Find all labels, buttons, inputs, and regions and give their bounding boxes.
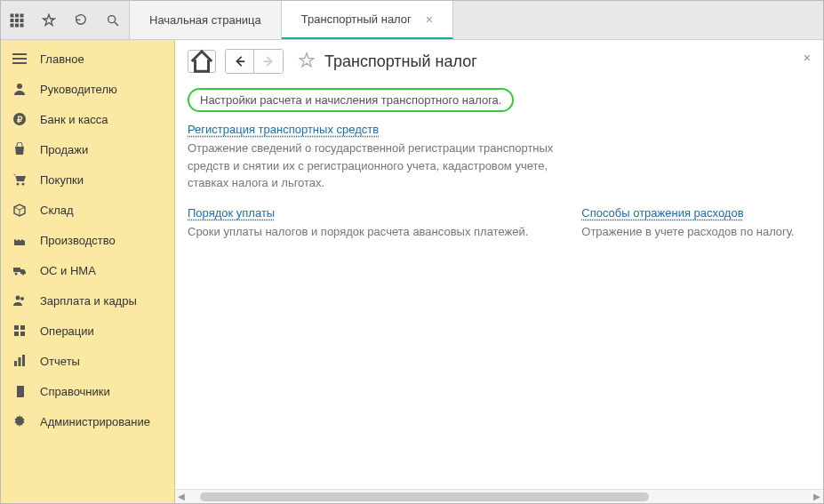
desc-expenses: Отражение в учете расходов по налогу. bbox=[581, 223, 794, 241]
topbar: Начальная страница Транспортный налог × bbox=[1, 1, 823, 40]
truck-icon bbox=[12, 262, 28, 278]
scroll-right-icon[interactable]: ► bbox=[811, 490, 823, 503]
svg-point-20 bbox=[15, 273, 18, 276]
svg-text:₽: ₽ bbox=[17, 115, 23, 124]
search-icon[interactable] bbox=[97, 1, 129, 39]
tab-bar: Начальная страница Транспортный налог × bbox=[130, 1, 453, 39]
svg-point-9 bbox=[108, 15, 116, 22]
page-header: Транспортный налог × bbox=[175, 40, 823, 83]
sidebar-item-warehouse[interactable]: Склад bbox=[1, 195, 174, 225]
bag-icon bbox=[12, 141, 28, 157]
svg-point-21 bbox=[22, 273, 25, 276]
link-expenses[interactable]: Способы отражения расходов bbox=[581, 206, 743, 220]
svg-rect-24 bbox=[14, 325, 19, 330]
svg-point-14 bbox=[17, 84, 22, 89]
svg-point-18 bbox=[22, 183, 25, 186]
apps-icon[interactable] bbox=[1, 1, 33, 39]
chart-icon bbox=[12, 353, 28, 369]
sidebar-item-admin[interactable]: Администрирование bbox=[1, 406, 174, 436]
tab-label: Начальная страница bbox=[149, 13, 261, 27]
svg-rect-5 bbox=[20, 19, 23, 21]
svg-rect-28 bbox=[14, 361, 17, 366]
sidebar-item-label: Продажи bbox=[40, 143, 88, 156]
svg-rect-0 bbox=[11, 14, 13, 17]
scrollbar-thumb[interactable] bbox=[200, 492, 649, 501]
svg-rect-13 bbox=[12, 62, 27, 64]
sidebar-item-label: Операции bbox=[40, 324, 94, 338]
svg-rect-6 bbox=[11, 24, 13, 27]
star-icon[interactable] bbox=[33, 1, 65, 39]
svg-rect-4 bbox=[16, 19, 19, 21]
svg-rect-25 bbox=[20, 325, 25, 330]
content-area: Настройки расчета и начисления транспорт… bbox=[175, 83, 823, 489]
svg-rect-31 bbox=[15, 386, 17, 397]
sidebar-item-label: Отчеты bbox=[40, 355, 80, 368]
operations-icon bbox=[12, 323, 28, 339]
factory-icon bbox=[12, 232, 28, 248]
svg-point-22 bbox=[16, 296, 20, 300]
svg-line-10 bbox=[115, 22, 118, 26]
sidebar: Главное Руководителю ₽ Банк и касса Прод… bbox=[1, 40, 175, 503]
sidebar-item-label: Главное bbox=[40, 52, 84, 66]
ruble-icon: ₽ bbox=[12, 111, 28, 127]
main-panel: Транспортный налог × Настройки расчета и… bbox=[175, 40, 823, 503]
sidebar-item-label: Банк и касса bbox=[40, 113, 108, 126]
sidebar-item-label: Производство bbox=[40, 234, 116, 247]
scroll-left-icon[interactable]: ◄ bbox=[175, 490, 188, 503]
svg-point-17 bbox=[17, 183, 20, 186]
topbar-actions bbox=[1, 1, 130, 39]
sidebar-item-references[interactable]: Справочники bbox=[1, 376, 174, 406]
gear-icon bbox=[12, 413, 28, 429]
highlight-note: Настройки расчета и начисления транспорт… bbox=[188, 88, 514, 112]
sidebar-item-main[interactable]: Главное bbox=[1, 44, 174, 74]
close-page-icon[interactable]: × bbox=[804, 51, 811, 65]
svg-rect-3 bbox=[11, 19, 13, 21]
close-icon[interactable]: × bbox=[426, 12, 433, 27]
nav-buttons bbox=[225, 49, 284, 74]
history-icon[interactable] bbox=[65, 1, 97, 39]
horizontal-scrollbar[interactable]: ◄ ► bbox=[175, 489, 823, 503]
svg-rect-26 bbox=[14, 332, 19, 336]
sidebar-item-assets[interactable]: ОС и НМА bbox=[1, 255, 174, 285]
sidebar-item-bank[interactable]: ₽ Банк и касса bbox=[1, 104, 174, 134]
forward-button[interactable] bbox=[254, 50, 283, 73]
tab-label: Транспортный налог bbox=[301, 12, 412, 26]
book-icon bbox=[12, 383, 28, 399]
sidebar-item-label: Покупки bbox=[40, 173, 84, 187]
svg-point-23 bbox=[20, 297, 24, 300]
link-registration[interactable]: Регистрация транспортных средств bbox=[188, 123, 379, 136]
svg-rect-30 bbox=[22, 355, 25, 366]
sidebar-item-label: Справочники bbox=[40, 385, 110, 398]
desc-registration: Отражение сведений о государственной рег… bbox=[188, 140, 561, 192]
sidebar-item-production[interactable]: Производство bbox=[1, 225, 174, 255]
svg-rect-19 bbox=[13, 268, 20, 272]
sidebar-item-label: ОС и НМА bbox=[40, 264, 96, 277]
home-button[interactable] bbox=[188, 50, 216, 73]
sidebar-item-reports[interactable]: Отчеты bbox=[1, 346, 174, 376]
cart-icon bbox=[12, 172, 28, 188]
svg-rect-11 bbox=[12, 53, 27, 55]
svg-rect-7 bbox=[16, 24, 19, 27]
svg-rect-29 bbox=[19, 357, 21, 366]
page-title: Транспортный налог bbox=[324, 52, 477, 71]
tab-home[interactable]: Начальная страница bbox=[130, 1, 282, 39]
sidebar-item-operations[interactable]: Операции bbox=[1, 316, 174, 346]
sidebar-item-sales[interactable]: Продажи bbox=[1, 134, 174, 164]
svg-rect-12 bbox=[12, 58, 27, 60]
back-button[interactable] bbox=[226, 50, 254, 73]
sidebar-item-purchases[interactable]: Покупки bbox=[1, 164, 174, 195]
svg-rect-2 bbox=[20, 14, 23, 17]
sidebar-item-manager[interactable]: Руководителю bbox=[1, 74, 174, 104]
sidebar-item-label: Руководителю bbox=[40, 83, 117, 96]
people-icon bbox=[12, 292, 28, 308]
svg-rect-8 bbox=[20, 24, 23, 27]
person-icon bbox=[12, 81, 28, 97]
link-payment[interactable]: Порядок уплаты bbox=[188, 206, 275, 220]
sidebar-item-salary-hr[interactable]: Зарплата и кадры bbox=[1, 285, 174, 316]
sidebar-item-label: Склад bbox=[40, 204, 74, 217]
favorite-icon[interactable] bbox=[298, 52, 316, 72]
menu-icon bbox=[12, 51, 28, 67]
box-icon bbox=[12, 202, 28, 218]
svg-rect-27 bbox=[20, 332, 25, 336]
tab-transport-tax[interactable]: Транспортный налог × bbox=[282, 1, 453, 39]
